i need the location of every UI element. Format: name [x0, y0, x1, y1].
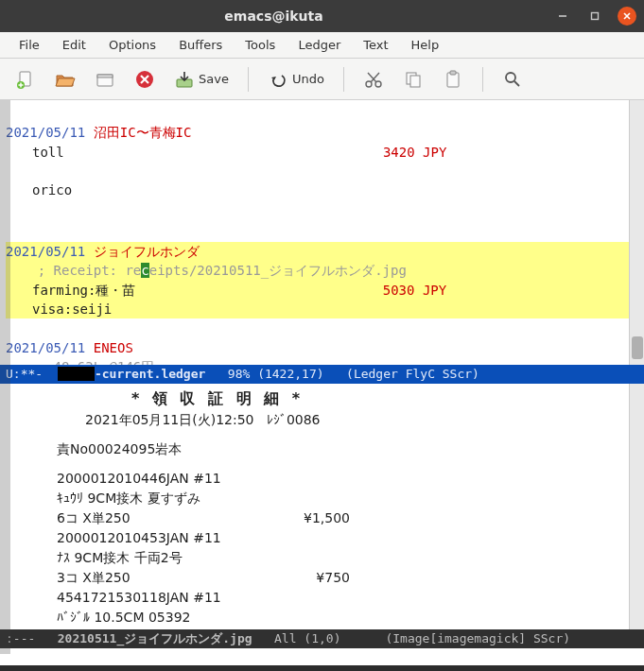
paste-button[interactable] — [437, 65, 469, 94]
maximize-button[interactable] — [585, 7, 604, 26]
scrollbar-thumb[interactable] — [632, 336, 643, 359]
receipt-row: 6コ X単250¥1,500 — [57, 508, 444, 528]
entry-comment: ; Receipt: receipts/20210511_ジョイフルホンダ.jp… — [6, 263, 407, 278]
undo-icon — [268, 69, 288, 90]
cut-button[interactable] — [357, 65, 390, 94]
entry-payee: ENEOS — [94, 340, 133, 355]
menu-text[interactable]: Text — [354, 36, 397, 54]
save-label: Save — [199, 72, 229, 86]
modeline-active: U:**- xxxxx-current.ledger 98% (1422,17)… — [0, 365, 644, 384]
minimize-button[interactable] — [553, 7, 572, 26]
entry-comment: ; 48.63L @146円 — [6, 359, 154, 365]
stop-icon — [134, 69, 155, 90]
posting-amount: 3420 JPY — [383, 145, 446, 160]
posting-amount: 5030 JPY — [383, 283, 446, 298]
toolbar: Save Undo — [0, 59, 644, 100]
receipt-row: 2000012010453JAN #11 — [57, 528, 444, 548]
receipt-customer: 責No00024095岩本 — [57, 439, 444, 459]
menu-tools[interactable]: Tools — [235, 36, 285, 54]
entry-date: 2021/05/11 — [6, 125, 85, 140]
minibuffer[interactable] — [0, 648, 644, 665]
receipt-row: ﾊﾞｼﾞﾙ 10.5CM 05392 — [57, 608, 444, 628]
svg-line-23 — [514, 81, 519, 86]
toolbar-sep — [343, 67, 344, 92]
receipt-row: ﾅｽ 9CM接木 千両2号 — [57, 548, 444, 568]
open-file-button[interactable] — [49, 65, 81, 94]
search-button[interactable] — [496, 65, 529, 94]
svg-rect-19 — [410, 76, 420, 87]
entry-payee: 沼田IC〜青梅IC — [94, 125, 192, 140]
ledger-entry: 2021/05/11 沼田IC〜青梅IC toll 3420 JPY orico — [6, 123, 644, 218]
entry-date: 2021/05/11 — [6, 244, 85, 259]
ledger-buffer[interactable]: 2021/05/11 沼田IC〜青梅IC toll 3420 JPY orico… — [0, 100, 644, 365]
clipboard-icon — [443, 69, 463, 90]
posting-account: visa:seiji — [32, 301, 112, 317]
buffer-name: -current.ledger — [95, 367, 205, 381]
folder-icon — [95, 69, 115, 90]
svg-rect-21 — [450, 71, 456, 75]
scissors-icon — [363, 69, 384, 90]
text-cursor: c — [141, 263, 148, 278]
menu-ledger[interactable]: Ledger — [288, 36, 350, 54]
entry-date: 2021/05/11 — [6, 340, 85, 355]
search-icon — [502, 69, 523, 90]
receipt-row: 2000012010446JAN #11 — [57, 469, 444, 489]
menu-buffers[interactable]: Buffers — [169, 36, 232, 54]
posting-line: toll 3420 JPY — [6, 143, 644, 162]
window-title: emacs@ikuta — [8, 9, 540, 24]
scrollbar[interactable] — [629, 384, 644, 629]
folder-open-icon — [55, 69, 76, 90]
save-button[interactable]: Save — [168, 65, 235, 94]
receipt-row: ｷｭｳﾘ 9CM接木 夏すずみ — [57, 489, 444, 508]
scrollbar[interactable] — [629, 100, 644, 365]
posting-line: orico — [6, 181, 644, 199]
receipt-header: * 領 収 証 明 細 * — [95, 387, 340, 410]
stop-button[interactable] — [129, 65, 161, 94]
toolbar-sep — [248, 67, 249, 92]
receipt-image: * 領 収 証 明 細 * 2021年05月11日(火)12:50 ﾚｼﾞ008… — [0, 384, 444, 629]
receipt-datetime: 2021年05月11日(火)12:50 ﾚｼﾞ0086 — [85, 410, 444, 430]
menu-options[interactable]: Options — [99, 36, 165, 54]
undo-button[interactable]: Undo — [262, 65, 330, 94]
posting-account: toll — [32, 145, 64, 160]
posting-account: farming:種・苗 — [32, 283, 135, 298]
posting-line: visa:seiji — [6, 301, 112, 317]
close-button[interactable] — [618, 7, 636, 26]
buffer-name: 20210511_ジョイフルホンダ.jpg — [58, 631, 252, 645]
entry-payee: ジョイフルホンダ — [94, 244, 200, 259]
menu-help[interactable]: Help — [402, 36, 449, 54]
svg-point-22 — [506, 73, 515, 82]
copy-button[interactable] — [397, 65, 429, 94]
receipt-row: 3コ X単250¥750 — [57, 568, 444, 588]
posting-account: orico — [32, 182, 72, 198]
receipt-row: 4541721530118JAN #11 — [57, 588, 444, 608]
menu-edit[interactable]: Edit — [53, 36, 96, 54]
ledger-entry: 2021/05/11 ENEOS ; 48.63L @146円 gas 7100… — [6, 338, 644, 365]
image-buffer[interactable]: * 領 収 証 明 細 * 2021年05月11日(火)12:50 ﾚｼﾞ008… — [0, 384, 644, 629]
svg-rect-1 — [592, 13, 599, 20]
posting-line: farming:種・苗 5030 JPY — [6, 283, 446, 298]
menubar: File Edit Options Buffers Tools Ledger T… — [0, 32, 644, 59]
open-folder-button[interactable] — [89, 65, 121, 94]
menu-file[interactable]: File — [9, 36, 49, 54]
titlebar: emacs@ikuta — [0, 0, 644, 32]
highlighted-entry: 2021/05/11 ジョイフルホンダ ; Receipt: receipts/… — [6, 242, 644, 318]
undo-label: Undo — [292, 72, 324, 86]
new-file-button[interactable] — [9, 65, 42, 94]
new-file-icon — [15, 69, 36, 90]
modeline-inactive: :--- 20210511_ジョイフルホンダ.jpg All (1,0) (Im… — [0, 629, 644, 648]
toolbar-sep — [482, 67, 483, 92]
svg-rect-9 — [97, 75, 113, 77]
save-icon — [174, 69, 195, 90]
copy-icon — [403, 69, 424, 90]
